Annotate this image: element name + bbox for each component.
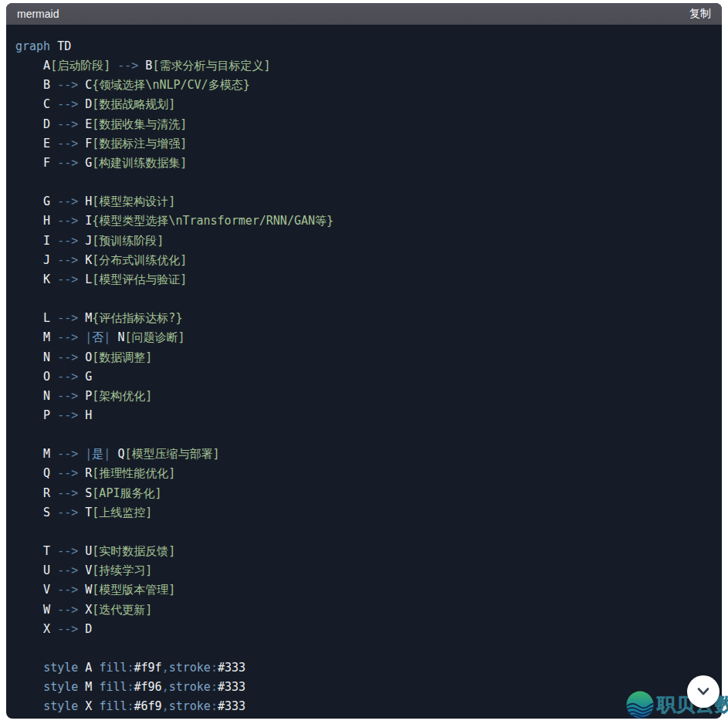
code-line: W --> X[迭代更新]	[15, 601, 713, 620]
code-line: X --> D	[15, 620, 713, 639]
code-line: B --> C{领域选择\nNLP/CV/多模态}	[15, 76, 713, 95]
chevron-down-icon	[695, 683, 712, 700]
code-line: A[启动阶段] --> B[需求分析与目标定义]	[15, 56, 713, 76]
code-line: O --> G	[15, 367, 713, 387]
code-line: style X fill:#6f9,stroke:#333	[15, 697, 713, 716]
code-line: V --> W[模型版本管理]	[15, 580, 713, 600]
code-line: Q --> R[推理性能优化]	[15, 464, 713, 483]
code-line: L --> M{评估指标达标?}	[15, 309, 713, 328]
code-line: N --> O[数据调整]	[15, 348, 713, 367]
code-line: M --> |否| N[问题诊断]	[15, 328, 713, 347]
code-line: K --> L[模型评估与验证]	[15, 270, 713, 289]
code-line: E --> F[数据标注与增强]	[15, 134, 713, 154]
code-line	[15, 173, 713, 192]
code-line: R --> S[API服务化]	[15, 484, 713, 503]
language-label: mermaid	[17, 8, 59, 20]
code-line: T --> U[实时数据反馈]	[15, 542, 713, 561]
code-line	[15, 425, 713, 445]
scroll-to-bottom-button[interactable]	[687, 675, 720, 708]
code-line: C --> D[数据战略规划]	[15, 95, 713, 114]
code-header: mermaid 复制	[6, 3, 722, 25]
code-line: I --> J[预训练阶段]	[15, 232, 713, 251]
code-block: mermaid 复制 graph TD A[启动阶段] --> B[需求分析与目…	[6, 3, 722, 719]
code-line: style M fill:#f96,stroke:#333	[15, 678, 713, 697]
code-line: M --> |是| Q[模型压缩与部署]	[15, 445, 713, 464]
code-line: P --> H	[15, 406, 713, 425]
code-line	[15, 289, 713, 309]
code-line: style A fill:#f9f,stroke:#333	[15, 658, 713, 678]
code-line	[15, 523, 713, 542]
copy-button[interactable]: 复制	[689, 7, 711, 21]
code-line: F --> G[构建训练数据集]	[15, 154, 713, 173]
code-line: N --> P[架构优化]	[15, 387, 713, 406]
code-line: J --> K[分布式训练优化]	[15, 251, 713, 270]
code-line	[15, 639, 713, 658]
code-line: G --> H[模型架构设计]	[15, 192, 713, 211]
code-line: U --> V[持续学习]	[15, 561, 713, 580]
code-line: S --> T[上线监控]	[15, 503, 713, 523]
code-content: graph TD A[启动阶段] --> B[需求分析与目标定义] B --> …	[6, 25, 722, 719]
code-line: H --> I{模型类型选择\nTransformer/RNN/GAN等}	[15, 211, 713, 231]
code-line: D --> E[数据收集与清洗]	[15, 115, 713, 134]
code-line: graph TD	[15, 37, 713, 56]
